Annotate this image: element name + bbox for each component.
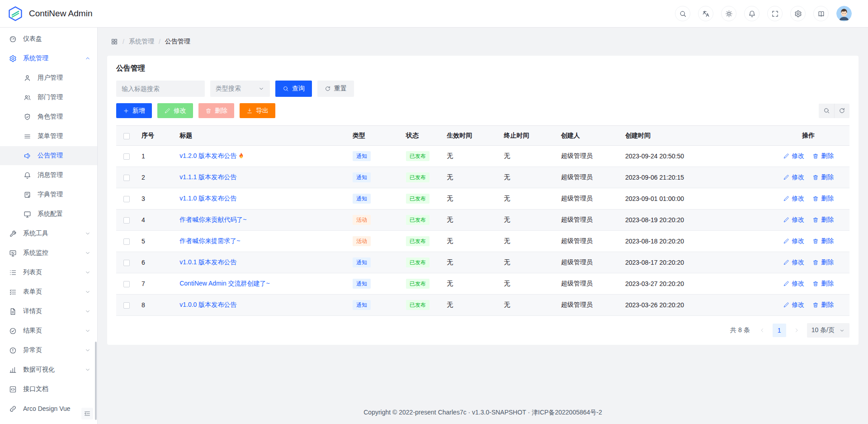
search-icon-button[interactable] <box>675 6 690 21</box>
announcement-title-link[interactable]: v1.1.1 版本发布公告 <box>179 173 236 181</box>
breadcrumb-item[interactable]: 系统管理 <box>129 38 154 46</box>
row-delete-link[interactable]: 删除 <box>812 152 834 160</box>
add-button[interactable]: 新增 <box>116 103 152 118</box>
status-tag: 已发布 <box>406 257 429 267</box>
pagination-next-button[interactable] <box>790 324 803 337</box>
pagination-total: 共 8 条 <box>730 326 750 334</box>
notification-icon-button[interactable] <box>744 6 760 21</box>
export-button[interactable]: 导出 <box>240 103 275 118</box>
row-checkbox[interactable] <box>123 175 130 181</box>
cell-creator: 超级管理员 <box>554 146 618 167</box>
sidebar-item[interactable]: 角色管理 <box>0 107 97 126</box>
cell-creator: 超级管理员 <box>554 167 618 188</box>
sidebar-item[interactable]: 部门管理 <box>0 88 97 107</box>
row-checkbox[interactable] <box>123 238 130 245</box>
sidebar-item[interactable]: 接口文档 <box>0 380 97 399</box>
title-search-input[interactable] <box>116 81 205 97</box>
row-edit-link[interactable]: 修改 <box>783 237 804 245</box>
sidebar-item[interactable]: 数据可视化 <box>0 360 97 379</box>
row-checkbox[interactable] <box>123 196 130 202</box>
page-size-select[interactable]: 10 条/页 <box>807 323 849 338</box>
announcement-title-link[interactable]: 作者喊你来提需求了~ <box>179 237 240 244</box>
announcement-title-link[interactable]: v1.0.0 版本发布公告 <box>179 301 236 308</box>
sidebar-item[interactable]: 公告管理 <box>0 146 97 165</box>
delete-button[interactable]: 删除 <box>198 103 234 118</box>
sidebar-item-label: 表单页 <box>23 288 85 296</box>
announcement-title-link[interactable]: v1.2.0 版本发布公告 <box>179 152 245 159</box>
row-checkbox[interactable] <box>123 260 130 266</box>
row-delete-link[interactable]: 删除 <box>812 280 834 288</box>
type-tag: 通知 <box>353 257 371 267</box>
trash-icon <box>205 108 212 114</box>
cell-terminate-time: 无 <box>496 231 553 252</box>
translate-icon-button[interactable] <box>698 6 713 21</box>
fullscreen-icon-button[interactable] <box>767 6 783 21</box>
cell-no: 5 <box>134 231 172 252</box>
row-delete-link[interactable]: 删除 <box>812 195 834 203</box>
pagination-page-1[interactable]: 1 <box>773 324 786 337</box>
table-refresh-button[interactable] <box>834 104 849 118</box>
docs-icon-button[interactable] <box>813 6 829 21</box>
cell-effective-time: 无 <box>439 295 496 316</box>
download-icon <box>246 108 253 114</box>
apps-grid-icon[interactable] <box>111 38 118 45</box>
sidebar-item[interactable]: 系统监控 <box>0 243 97 262</box>
sidebar-item[interactable]: 详情页 <box>0 302 97 321</box>
row-delete-link[interactable]: 删除 <box>812 173 834 181</box>
row-delete-link[interactable]: 删除 <box>812 237 834 245</box>
row-delete-link[interactable]: 删除 <box>812 301 834 309</box>
row-edit-link[interactable]: 修改 <box>783 195 804 203</box>
announcement-title-link[interactable]: v1.1.0 版本发布公告 <box>179 195 236 202</box>
table-search-button[interactable] <box>819 104 834 118</box>
table-row: 7ContiNew Admin 交流群创建了~通知已发布无无超级管理员2023-… <box>116 273 849 295</box>
announcement-title-link[interactable]: ContiNew Admin 交流群创建了~ <box>179 280 270 287</box>
row-checkbox[interactable] <box>123 281 130 287</box>
theme-icon-button[interactable] <box>721 6 736 21</box>
type-select[interactable]: 类型搜索 <box>210 81 270 97</box>
sidebar-item[interactable]: 表单页 <box>0 282 97 301</box>
row-edit-link[interactable]: 修改 <box>783 216 804 224</box>
sidebar-item[interactable]: 系统配置 <box>0 205 97 224</box>
sidebar-scrollbar[interactable] <box>95 342 97 420</box>
row-checkbox[interactable] <box>123 302 130 309</box>
select-all-cell <box>116 126 134 146</box>
cell-creator: 超级管理员 <box>554 210 618 231</box>
sidebar-item[interactable]: 系统工具 <box>0 224 97 243</box>
sidebar-item[interactable]: 异常页 <box>0 341 97 360</box>
row-edit-link[interactable]: 修改 <box>783 301 804 309</box>
row-edit-link[interactable]: 修改 <box>783 173 804 181</box>
reset-button[interactable]: 重置 <box>317 81 354 97</box>
sidebar-item[interactable]: 系统管理 <box>0 49 97 68</box>
user-avatar[interactable] <box>836 6 852 21</box>
row-edit-link[interactable]: 修改 <box>783 152 804 160</box>
row-checkbox[interactable] <box>123 153 130 160</box>
page-title: 公告管理 <box>116 64 849 73</box>
settings-icon-button[interactable] <box>790 6 806 21</box>
pagination-prev-button[interactable] <box>755 324 769 337</box>
sidebar-item[interactable]: 结果页 <box>0 321 97 340</box>
sidebar-item[interactable]: 用户管理 <box>0 68 97 87</box>
column-header: 终止时间 <box>496 126 553 146</box>
row-checkbox[interactable] <box>123 217 130 224</box>
sidebar-item[interactable]: 仪表盘 <box>0 29 97 48</box>
toolbar: 新增 修改 删除 导出 <box>116 103 849 118</box>
table-row: 4作者喊你来贡献代码了~活动已发布无无超级管理员2023-08-19 20:20… <box>116 210 849 231</box>
query-button[interactable]: 查询 <box>275 81 312 97</box>
select-all-checkbox[interactable] <box>123 133 130 139</box>
row-delete-link[interactable]: 删除 <box>812 258 834 267</box>
sidebar-item-label: 用户管理 <box>38 74 91 82</box>
edit-button[interactable]: 修改 <box>157 103 193 118</box>
row-delete-link[interactable]: 删除 <box>812 216 834 224</box>
sidebar-item-label: 公告管理 <box>38 152 91 160</box>
sidebar-item[interactable]: 字典管理 <box>0 185 97 204</box>
row-edit-link[interactable]: 修改 <box>783 280 804 288</box>
row-edit-link[interactable]: 修改 <box>783 258 804 267</box>
sidebar-item[interactable]: 菜单管理 <box>0 127 97 146</box>
announcement-title-link[interactable]: v1.0.1 版本发布公告 <box>179 258 236 266</box>
layout: 仪表盘系统管理用户管理部门管理角色管理菜单管理公告管理消息管理字典管理系统配置系… <box>0 28 868 424</box>
sidebar-item[interactable]: 列表页 <box>0 263 97 282</box>
cell-created-time: 2023-03-27 20:20:20 <box>618 273 768 295</box>
sidebar-item[interactable]: 消息管理 <box>0 166 97 185</box>
announcement-title-link[interactable]: 作者喊你来贡献代码了~ <box>179 216 246 223</box>
sidebar-collapse-button[interactable] <box>81 408 93 419</box>
